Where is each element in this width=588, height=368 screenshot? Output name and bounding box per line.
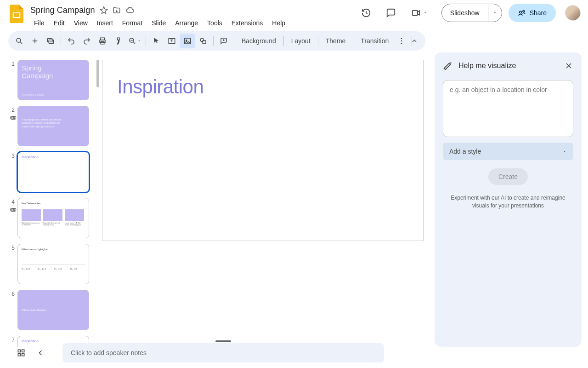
menu-arrange[interactable]: Arrange (171, 17, 202, 29)
undo-icon[interactable] (64, 34, 79, 48)
svg-rect-28 (18, 354, 20, 356)
slide-number: 1 (9, 60, 17, 100)
transition-button[interactable]: Transition (356, 34, 393, 48)
svg-rect-1 (14, 13, 20, 17)
slide-thumb-6[interactable]: Wilson's Early Sketches (17, 290, 89, 330)
account-avatar[interactable] (565, 5, 581, 21)
panel-title: Help me visualize (458, 62, 559, 70)
history-icon[interactable] (357, 4, 375, 22)
animation-badge-icon (9, 206, 17, 213)
chevron-left-icon[interactable] (32, 345, 49, 361)
svg-rect-26 (18, 350, 20, 352)
menu-view[interactable]: View (70, 17, 91, 29)
close-icon[interactable] (564, 61, 573, 70)
notes-placeholder: Click to add speaker notes (71, 349, 147, 356)
search-menu-icon[interactable] (12, 34, 27, 48)
move-icon[interactable] (113, 6, 121, 14)
grid-view-icon[interactable] (13, 345, 29, 361)
slide-number: 3 (9, 152, 17, 192)
svg-point-17 (401, 38, 402, 39)
textbox-tool-icon[interactable] (164, 34, 179, 48)
slide-canvas[interactable]: Inspiration (102, 60, 424, 241)
slide-thumb-1[interactable]: SpringCampaign The Kitchen & Wilson (17, 60, 89, 100)
svg-point-19 (401, 43, 402, 44)
background-button[interactable]: Background (237, 34, 281, 48)
image-tool-icon[interactable] (180, 34, 195, 48)
menu-file[interactable]: File (30, 17, 48, 29)
cloud-status-icon[interactable] (125, 6, 135, 15)
panel-footer-text: Experiment with our AI to create and rei… (443, 194, 573, 210)
menu-help[interactable]: Help (268, 17, 289, 29)
menu-tools[interactable]: Tools (204, 17, 226, 29)
menu-bar: File Edit View Insert Format Slide Arran… (30, 17, 289, 29)
comment-add-icon[interactable] (216, 34, 231, 48)
meet-button[interactable] (407, 4, 432, 22)
slide-thumb-4[interactable]: Key Deliverables Digital feature announc… (17, 198, 89, 238)
slide-filmstrip[interactable]: 1 SpringCampaign The Kitchen & Wilson 2 … (0, 52, 100, 347)
notes-resize-handle[interactable] (215, 340, 231, 342)
star-icon[interactable] (100, 6, 108, 14)
slide-number: 5 (9, 244, 17, 284)
share-button[interactable]: Share (509, 4, 556, 22)
menu-insert[interactable]: Insert (93, 17, 117, 29)
magic-pen-icon (443, 61, 453, 71)
svg-rect-29 (22, 354, 24, 356)
svg-point-5 (17, 38, 21, 42)
svg-point-15 (200, 38, 204, 42)
create-button[interactable]: Create (488, 168, 528, 185)
layout-button[interactable]: Layout (287, 34, 315, 48)
menu-edit[interactable]: Edit (50, 17, 68, 29)
toolbar: Background Layout Theme Transition (8, 31, 425, 51)
collapse-toolbar-icon[interactable] (407, 34, 422, 48)
prompt-input[interactable] (443, 80, 573, 137)
theme-button[interactable]: Theme (321, 34, 351, 48)
doc-title[interactable]: Spring Campaign (30, 6, 95, 15)
slide-canvas-area: Inspiration (100, 52, 435, 347)
menu-format[interactable]: Format (119, 17, 146, 29)
slide-thumb-2[interactable]: A campaign full of fresh, fantastical, i… (17, 106, 89, 146)
slide-number: 4 (9, 198, 17, 238)
slide-thumb-3[interactable]: Inspiration (17, 152, 89, 192)
paint-format-icon[interactable] (111, 34, 125, 48)
menu-extensions[interactable]: Extensions (228, 17, 266, 29)
print-icon[interactable] (95, 34, 110, 48)
slide-title-text[interactable]: Inspiration (117, 76, 204, 98)
style-label: Add a style (449, 148, 481, 155)
share-label: Share (530, 9, 547, 17)
svg-point-3 (519, 11, 521, 13)
help-me-visualize-panel: Help me visualize Add a style Create Exp… (435, 52, 582, 347)
scrollbar[interactable] (96, 60, 99, 87)
svg-point-18 (401, 40, 402, 42)
comments-icon[interactable] (382, 4, 400, 22)
svg-rect-27 (22, 350, 24, 352)
slide-number: 6 (9, 290, 17, 330)
svg-rect-2 (413, 11, 418, 16)
slideshow-button[interactable]: Slideshow (442, 4, 488, 22)
slide-thumb-5[interactable]: Milestones + Highlights Q1 — Mar 20 Q2 —… (17, 244, 89, 284)
style-dropdown[interactable]: Add a style (443, 143, 573, 160)
new-slide-icon[interactable] (28, 34, 42, 48)
speaker-notes-input[interactable]: Click to add speaker notes (62, 343, 384, 362)
select-tool-icon[interactable] (149, 34, 164, 48)
zoom-icon[interactable] (126, 34, 143, 48)
menu-slide[interactable]: Slide (148, 17, 170, 29)
slides-logo[interactable] (7, 5, 26, 23)
svg-point-14 (186, 40, 187, 40)
new-slide-layout-icon[interactable] (43, 34, 58, 48)
animation-badge-icon (9, 114, 17, 121)
shape-tool-icon[interactable] (196, 34, 210, 48)
slideshow-dropdown[interactable] (488, 4, 502, 22)
svg-point-4 (523, 10, 525, 12)
redo-icon[interactable] (79, 34, 94, 48)
slide-number: 2 (9, 106, 17, 146)
